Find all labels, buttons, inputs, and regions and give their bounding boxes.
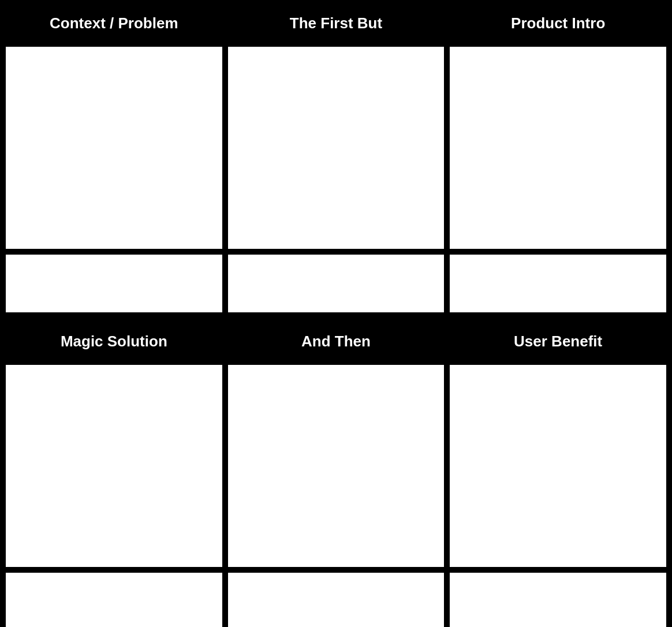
card-sub-first-but[interactable] <box>228 255 445 312</box>
card-main-product-intro[interactable] <box>450 47 666 249</box>
column-and-then: And Then <box>228 324 445 627</box>
column-user-benefit: User Benefit <box>450 324 666 627</box>
column-context-problem: Context / Problem <box>6 6 222 312</box>
card-sub-magic-solution[interactable] <box>6 573 222 627</box>
row-1: Context / Problem The First But Product … <box>0 0 672 318</box>
card-main-context-problem[interactable] <box>6 47 222 249</box>
header-first-but: The First But <box>228 6 445 41</box>
header-user-benefit: User Benefit <box>450 324 666 359</box>
header-context-problem: Context / Problem <box>6 6 222 41</box>
app-container: Context / Problem The First But Product … <box>0 0 672 627</box>
card-sub-context-problem[interactable] <box>6 255 222 312</box>
card-main-magic-solution[interactable] <box>6 365 222 567</box>
card-main-first-but[interactable] <box>228 47 445 249</box>
header-magic-solution: Magic Solution <box>6 324 222 359</box>
card-main-user-benefit[interactable] <box>450 365 666 567</box>
column-product-intro: Product Intro <box>450 6 666 312</box>
header-product-intro: Product Intro <box>450 6 666 41</box>
row-2: Magic Solution And Then User Benefit <box>0 318 672 627</box>
column-magic-solution: Magic Solution <box>6 324 222 627</box>
card-main-and-then[interactable] <box>228 365 445 567</box>
column-first-but: The First But <box>228 6 445 312</box>
card-sub-user-benefit[interactable] <box>450 573 666 627</box>
card-sub-and-then[interactable] <box>228 573 445 627</box>
card-sub-product-intro[interactable] <box>450 255 666 312</box>
header-and-then: And Then <box>228 324 445 359</box>
